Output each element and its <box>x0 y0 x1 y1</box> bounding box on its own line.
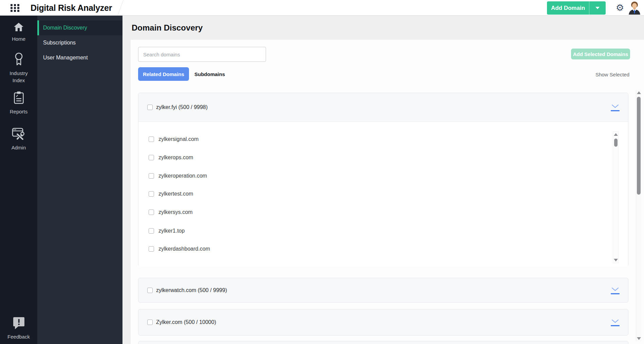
outer-scrollbar-thumb[interactable] <box>637 97 641 195</box>
sidebar-item-label: Admin <box>0 144 37 151</box>
search-domains-input[interactable] <box>138 47 266 62</box>
add-domain-split-button: Add Domain <box>547 1 606 15</box>
group-label: zylkerwatch.com (500 / 9999) <box>156 287 227 293</box>
domain-group-card: zylkerwatch.com (500 / 9999) <box>138 278 628 303</box>
secondary-sidebar: Domain Discovery Subscriptions User Mana… <box>37 16 122 344</box>
app-root: Digital Risk Analyzer Add Domain ⚙ <box>0 0 644 344</box>
title-separator <box>114 0 124 16</box>
show-selected-link[interactable]: Show Selected <box>595 72 629 77</box>
tab-related-domains[interactable]: Related Domains <box>138 67 189 81</box>
feedback-bubble-icon <box>13 316 25 329</box>
domain-group-header[interactable]: Zylker.com (500 / 10000) <box>138 309 628 335</box>
list-item: zylkersys.com <box>149 209 192 215</box>
subnav-item-subscriptions[interactable]: Subscriptions <box>37 35 122 50</box>
domain-checkbox[interactable] <box>149 228 154 234</box>
home-icon <box>14 22 24 32</box>
group-label: Zylker.com (500 / 10000) <box>156 319 216 325</box>
domain-checkbox[interactable] <box>149 137 154 142</box>
domain-checkbox[interactable] <box>149 173 154 179</box>
sidebar-item-label: Reports <box>0 108 37 115</box>
sidebar-item-reports[interactable]: Reports <box>0 91 37 115</box>
subnav-item-label: Domain Discovery <box>43 25 87 31</box>
domain-label: zylkersys.com <box>158 209 192 215</box>
avatar-person-icon <box>628 1 641 15</box>
expander-underline <box>611 325 620 326</box>
chevron-down-icon <box>611 287 619 291</box>
user-avatar[interactable] <box>628 1 641 15</box>
domain-group-card: Zylker.com (500 / 10000) <box>138 309 628 336</box>
domain-discovery-panel: Add Selected Domains Related Domains Sub… <box>131 40 644 344</box>
collapse-group-control[interactable] <box>610 104 620 111</box>
domain-label: zylkertest.com <box>158 191 193 197</box>
add-domain-caret-button[interactable] <box>589 1 606 15</box>
app-title: Digital Risk Analyzer <box>31 0 112 16</box>
primary-sidebar: Home Industry Index Reports <box>0 16 37 344</box>
scroll-up-arrow[interactable] <box>637 91 641 94</box>
domain-group-header[interactable]: zylkerwatch.com (500 / 9999) <box>138 278 628 302</box>
domain-group-header[interactable]: zylker.fyi (500 / 9998) <box>138 93 628 122</box>
domain-label: zylkersignal.com <box>158 136 198 142</box>
add-domain-button[interactable]: Add Domain <box>547 1 589 15</box>
grid-icon <box>11 4 19 12</box>
award-icon <box>14 52 24 66</box>
scroll-up-arrow[interactable] <box>614 133 618 136</box>
domain-label: zylkeroperation.com <box>158 173 207 179</box>
domain-group-card <box>138 341 628 344</box>
sidebar-item-home[interactable]: Home <box>0 22 37 42</box>
scroll-down-arrow[interactable] <box>614 259 618 261</box>
domain-group-card: zylker.fyi (500 / 9998) zylkersignal.com <box>138 93 628 267</box>
inner-scrollbar-thumb[interactable] <box>614 139 618 147</box>
tab-subdomains[interactable]: Subdomains <box>194 67 225 81</box>
domain-label: zylkerdashboard.com <box>158 246 210 252</box>
group-checkbox[interactable] <box>147 105 153 110</box>
list-item: zylkersignal.com <box>149 136 198 142</box>
domain-label: zylker1.top <box>158 228 185 234</box>
subnav-item-user-management[interactable]: User Management <box>37 50 122 65</box>
group-checkbox[interactable] <box>147 288 153 293</box>
sidebar-item-label: Home <box>0 35 37 42</box>
chevron-down-icon <box>611 320 619 323</box>
subnav-item-label: User Management <box>43 55 88 61</box>
sidebar-item-industry-index[interactable]: Industry Index <box>0 52 37 84</box>
topbar: Digital Risk Analyzer Add Domain ⚙ <box>0 0 644 16</box>
main-content: Domain Discovery Add Selected Domains Re… <box>122 16 644 344</box>
list-item: zylkeroperation.com <box>149 173 207 179</box>
domain-checkbox[interactable] <box>149 246 154 252</box>
related-domains-list: zylkersignal.com zylkerops.com zylkerope… <box>138 122 628 267</box>
domain-checkbox[interactable] <box>149 191 154 197</box>
subnav-item-label: Subscriptions <box>43 40 76 46</box>
app-launcher-icon[interactable] <box>11 4 19 12</box>
list-item: zylkerops.com <box>149 155 193 161</box>
sidebar-item-label: Industry Index <box>6 70 32 84</box>
expand-group-control[interactable] <box>610 319 620 326</box>
chevron-down-icon <box>595 7 600 9</box>
expander-underline <box>611 293 620 294</box>
scroll-down-arrow[interactable] <box>637 337 641 340</box>
outer-scrollbar-track[interactable] <box>636 90 641 341</box>
subnav-item-domain-discovery[interactable]: Domain Discovery <box>37 20 122 35</box>
list-item: zylkertest.com <box>149 191 193 197</box>
expander-underline <box>611 110 620 111</box>
domain-checkbox[interactable] <box>149 210 154 215</box>
sidebar-item-admin[interactable]: Admin <box>0 128 37 151</box>
domain-label: zylkerops.com <box>158 155 193 161</box>
inner-scrollbar-track[interactable] <box>613 131 619 263</box>
admin-tools-icon <box>12 128 25 140</box>
clipboard-icon <box>13 91 24 104</box>
list-item: zylker1.top <box>149 228 185 234</box>
settings-gear-icon[interactable]: ⚙ <box>614 2 626 14</box>
group-checkbox[interactable] <box>147 320 153 325</box>
chevron-down-icon <box>611 105 619 108</box>
add-selected-domains-button[interactable]: Add Selected Domains <box>571 49 630 59</box>
domain-checkbox[interactable] <box>149 155 154 160</box>
page-title: Domain Discovery <box>132 23 203 33</box>
list-item: zylkerdashboard.com <box>149 246 210 252</box>
expand-group-control[interactable] <box>610 286 620 294</box>
sidebar-item-feedback[interactable]: Feedback <box>0 316 37 340</box>
group-label: zylker.fyi (500 / 9998) <box>156 104 208 110</box>
sidebar-item-label: Feedback <box>0 333 37 340</box>
